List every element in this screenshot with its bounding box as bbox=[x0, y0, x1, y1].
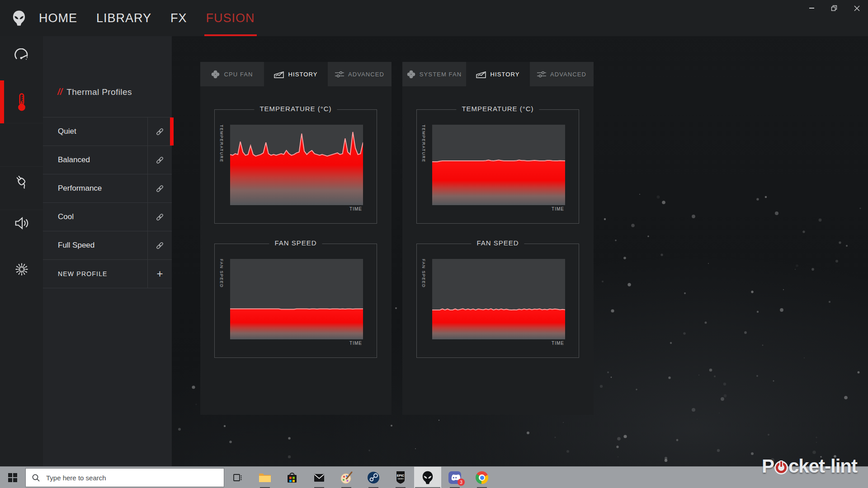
profile-list: Quiet Balanced Performance Cool bbox=[43, 117, 172, 288]
taskbar-alienware-command-center[interactable] bbox=[414, 467, 441, 488]
y-axis-label: FAN SPEED bbox=[219, 259, 224, 339]
close-button[interactable] bbox=[845, 0, 868, 16]
svg-text:EPIC: EPIC bbox=[397, 474, 404, 477]
tab-system-fan[interactable]: SYSTEM FAN bbox=[402, 62, 466, 86]
link-profile-button[interactable] bbox=[147, 203, 172, 231]
taskbar-epic-games[interactable]: EPICGAMES bbox=[387, 467, 414, 488]
thermal-profiles-panel: // Thermal Profiles Quiet Balanced Perfo… bbox=[43, 36, 172, 466]
taskbar-steam[interactable] bbox=[360, 467, 387, 488]
alienware-icon bbox=[422, 471, 433, 484]
profile-performance[interactable]: Performance bbox=[43, 174, 172, 202]
link-profile-button[interactable] bbox=[147, 146, 172, 174]
chrome-icon bbox=[476, 471, 488, 484]
speaker-icon bbox=[14, 216, 30, 230]
audio-speaker-button[interactable] bbox=[0, 207, 43, 239]
cpu-fan-panel: CPU FAN HISTORY ADVANCED TEMPERATURE (°C… bbox=[200, 62, 392, 415]
taskbar-mail[interactable] bbox=[306, 467, 333, 488]
snowflake-icon bbox=[14, 262, 29, 277]
power-plug-button[interactable] bbox=[0, 165, 43, 198]
cryo-snowflake-button[interactable] bbox=[0, 253, 43, 286]
link-profile-button[interactable] bbox=[147, 117, 172, 145]
taskbar-file-explorer[interactable] bbox=[251, 467, 278, 488]
nav-fx[interactable]: FX bbox=[170, 0, 188, 36]
nav-fusion[interactable]: FUSION bbox=[205, 0, 256, 36]
task-view-button[interactable] bbox=[224, 467, 251, 488]
left-icon-rail bbox=[0, 36, 43, 466]
nav-home[interactable]: HOME bbox=[38, 0, 78, 36]
system-temperature-chart bbox=[432, 125, 565, 205]
title-bar: HOME LIBRARY FX FUSION Dark Light bbox=[0, 0, 868, 36]
cpu-fan-speed-plot bbox=[230, 259, 363, 339]
profile-balanced[interactable]: Balanced bbox=[43, 145, 172, 174]
profile-cool[interactable]: Cool bbox=[43, 202, 172, 231]
tab-label: CPU FAN bbox=[224, 71, 253, 78]
system-fan-speed-plot bbox=[432, 259, 565, 339]
chart-title: FAN SPEED bbox=[471, 239, 524, 247]
search-input[interactable] bbox=[45, 474, 210, 482]
system-fan-tabs: SYSTEM FAN HISTORY ADVANCED bbox=[402, 62, 594, 86]
overclocking-gauge-button[interactable] bbox=[0, 39, 43, 71]
epic-games-icon: EPICGAMES bbox=[394, 471, 407, 484]
x-axis-label: TIME bbox=[552, 206, 564, 211]
profile-full-speed[interactable]: Full Speed bbox=[43, 231, 172, 259]
heading-slashes: // bbox=[57, 87, 62, 97]
taskbar-search[interactable] bbox=[25, 468, 224, 487]
system-temperature-card: TEMPERATURE (°C) TEMPERATURE TIME bbox=[416, 109, 579, 224]
taskbar-chrome[interactable] bbox=[468, 467, 495, 488]
nav-library[interactable]: LIBRARY bbox=[95, 0, 152, 36]
cpu-fan-speed-card: FAN SPEED FAN SPEED TIME bbox=[214, 244, 377, 358]
profile-label: Quiet bbox=[58, 127, 76, 136]
add-profile-button[interactable]: + bbox=[147, 260, 172, 288]
restore-button[interactable] bbox=[823, 0, 845, 16]
thermal-thermometer-button[interactable] bbox=[0, 86, 43, 118]
cpu-temperature-card: TEMPERATURE (°C) TEMPERATURE TIME bbox=[214, 109, 377, 224]
fan-icon bbox=[407, 70, 415, 79]
steam-icon bbox=[367, 471, 380, 484]
system-temperature-plot bbox=[432, 125, 565, 205]
taskbar-microsoft-store[interactable] bbox=[278, 467, 306, 488]
profile-quiet[interactable]: Quiet bbox=[43, 117, 172, 145]
y-axis-label: TEMPERATURE bbox=[219, 125, 224, 205]
panel-heading: // Thermal Profiles bbox=[57, 87, 132, 97]
taskbar-paint-3d[interactable] bbox=[333, 467, 360, 488]
gauge-icon bbox=[14, 48, 29, 62]
x-axis-label: TIME bbox=[349, 206, 362, 211]
alienware-command-center-window: HOME LIBRARY FX FUSION Dark Light bbox=[0, 0, 868, 488]
notification-badge: 3 bbox=[458, 479, 465, 486]
divider bbox=[0, 123, 43, 123]
fan-icon bbox=[211, 70, 220, 79]
advanced-sliders-icon bbox=[335, 70, 344, 79]
chart-title: TEMPERATURE (°C) bbox=[456, 105, 539, 113]
cpu-temperature-plot bbox=[230, 125, 363, 205]
tab-advanced[interactable]: ADVANCED bbox=[530, 62, 594, 86]
cpu-fan-speed-chart bbox=[230, 259, 363, 339]
watermark-text: cket-lint bbox=[788, 455, 857, 477]
power-plug-icon bbox=[14, 174, 30, 190]
tab-cpu-fan[interactable]: CPU FAN bbox=[200, 62, 264, 86]
start-button[interactable] bbox=[0, 467, 25, 488]
tab-history[interactable]: HISTORY bbox=[466, 62, 530, 86]
link-profile-button[interactable] bbox=[147, 231, 172, 259]
minimize-button[interactable] bbox=[800, 0, 823, 16]
window-controls bbox=[800, 0, 868, 16]
alienware-logo-icon[interactable] bbox=[13, 9, 26, 27]
cpu-fan-tabs: CPU FAN HISTORY ADVANCED bbox=[200, 62, 392, 86]
mail-icon bbox=[313, 471, 326, 484]
y-axis-label: TEMPERATURE bbox=[421, 125, 426, 205]
link-profile-button[interactable] bbox=[147, 174, 172, 202]
y-axis-label: FAN SPEED bbox=[421, 259, 426, 339]
system-fan-speed-chart bbox=[432, 259, 565, 339]
svg-text:GAMES: GAMES bbox=[397, 478, 404, 480]
tab-advanced[interactable]: ADVANCED bbox=[328, 62, 392, 86]
x-axis-label: TIME bbox=[552, 341, 564, 346]
plus-icon: + bbox=[156, 267, 163, 280]
pocket-lint-watermark: Pcket-lint bbox=[762, 455, 857, 477]
search-icon bbox=[32, 474, 40, 482]
taskbar-discord[interactable]: 3 bbox=[441, 467, 468, 488]
tab-label: HISTORY bbox=[288, 71, 317, 78]
tab-label: ADVANCED bbox=[550, 71, 586, 78]
tab-history[interactable]: HISTORY bbox=[264, 62, 328, 86]
minimize-icon bbox=[809, 8, 814, 9]
profile-label: Full Speed bbox=[58, 241, 94, 250]
new-profile-row[interactable]: NEW PROFILE + bbox=[43, 259, 172, 288]
